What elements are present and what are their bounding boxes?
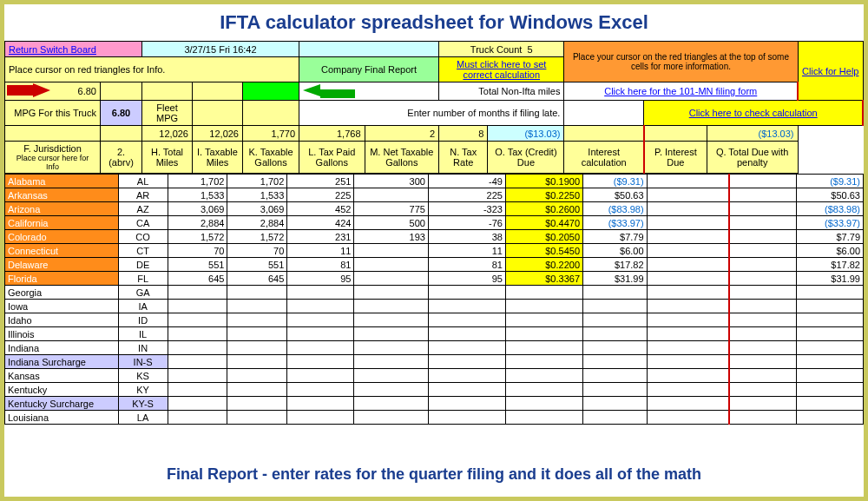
tax-rate[interactable]: $0.2250 [505,188,582,202]
taxable-miles [227,286,287,300]
tax-rate[interactable] [505,383,582,397]
tax-rate[interactable]: $0.2200 [505,258,582,272]
jurisdiction-abbrev: IN-S [118,355,168,369]
interest-calc [647,369,729,383]
interest-due [729,313,796,327]
total-due-penalty [796,300,863,313]
tax-paid-gallons [354,341,428,355]
tax-paid-gallons [354,286,428,300]
total-miles [168,383,227,397]
interest-due [729,216,796,230]
tax-rate[interactable]: $0.1900 [505,175,582,188]
interest-due [729,258,796,272]
company-final-report[interactable]: Company Final Report [299,57,439,82]
tax-paid-gallons [354,397,428,411]
tax-rate[interactable] [505,327,582,341]
net-taxable-gallons: -323 [428,202,505,216]
total-due-penalty [796,327,863,341]
net-taxable-gallons [428,355,505,369]
taxable-gallons [287,397,354,411]
jurisdiction-name: Delaware [5,258,119,272]
total-m: 2 [365,126,439,142]
tax-credit-due [583,355,648,369]
jurisdiction-abbrev: IA [118,300,168,313]
tax-rate[interactable] [505,355,582,369]
taxable-miles: 1,572 [227,230,287,244]
tax-rate[interactable] [505,341,582,355]
jurisdiction-abbrev: DE [118,258,168,272]
total-due-penalty: $17.82 [796,258,863,272]
empty [101,126,142,142]
tax-rate[interactable]: $0.5450 [505,244,582,258]
interest-calc [647,202,729,216]
tax-rate[interactable] [505,300,582,313]
page-title: IFTA calculator spreadsheet for Windows … [4,4,864,41]
total-miles [168,411,227,425]
net-taxable-gallons: -49 [428,175,505,188]
total-miles [168,327,227,341]
taxable-miles: 3,069 [227,202,287,216]
green-cell[interactable] [243,82,299,101]
tax-credit-due [583,313,648,327]
jurisdiction-abbrev: CT [118,244,168,258]
total-miles: 551 [168,258,227,272]
tax-rate[interactable]: $0.2600 [505,202,582,216]
tax-rate[interactable]: $0.2050 [505,230,582,244]
return-switch-board-link[interactable]: Return Switch Board [5,42,142,57]
tax-paid-gallons [354,411,428,425]
tax-credit-due: ($83.98) [583,202,648,216]
tax-rate[interactable] [505,411,582,425]
tax-rate[interactable] [505,313,582,327]
taxable-miles [227,341,287,355]
jurisdiction-name: Connecticut [5,244,119,258]
interest-due [729,397,796,411]
tax-rate[interactable] [505,286,582,300]
total-due-penalty [796,355,863,369]
col-interest: Interest calculation [564,142,644,174]
total-due-penalty [796,397,863,411]
empty [193,101,243,126]
tax-rate[interactable] [505,369,582,383]
tax-paid-gallons [354,355,428,369]
tax-rate[interactable] [505,397,582,411]
interest-calc [647,397,729,411]
check-calc-link[interactable]: Click here to check calculation [644,101,863,126]
taxable-miles: 2,884 [227,216,287,230]
interest-due [729,341,796,355]
tax-credit-due: ($9.31) [583,175,648,188]
total-miles: 1,702 [168,175,227,188]
interest-due [729,202,796,216]
net-taxable-gallons [428,313,505,327]
tax-paid-gallons [354,369,428,383]
months-input[interactable] [564,101,644,126]
empty [243,101,299,126]
net-taxable-gallons [428,286,505,300]
fleet-mpg-value: 6.80 [101,101,142,126]
total-l: 1,768 [299,126,365,142]
col-jurisdiction: F. JurisdictionPlace cursor here for Inf… [5,142,101,174]
interest-calc [647,175,729,188]
taxable-miles: 70 [227,244,287,258]
click-help-link[interactable]: Click for Help [798,42,863,101]
mpg-label: MPG For this Truck [5,101,101,126]
tax-credit-due: $50.63 [583,188,648,202]
interest-calc [647,286,729,300]
interest-calc [647,188,729,202]
jurisdiction-abbrev: CO [118,230,168,244]
net-taxable-gallons [428,300,505,313]
jurisdiction-abbrev: IL [118,327,168,341]
must-click-link[interactable]: Must click here to set correct calculati… [439,57,564,82]
mpg-arrow-cell: 6.80 [5,82,101,101]
jurisdiction-name: Arizona [5,202,119,216]
interest-calc [647,258,729,272]
interest-calc [647,341,729,355]
col-i: I. Taxable Miles [193,142,243,174]
tax-rate[interactable]: $0.3367 [505,272,582,286]
total-miles: 3,069 [168,202,227,216]
tax-paid-gallons [354,300,428,313]
tax-paid-gallons: 500 [354,216,428,230]
tax-rate[interactable]: $0.4470 [505,216,582,230]
tax-credit-due [583,300,648,313]
click-101mn-link[interactable]: Click here for the 101-MN filing form [564,82,798,101]
interest-calc [647,300,729,313]
